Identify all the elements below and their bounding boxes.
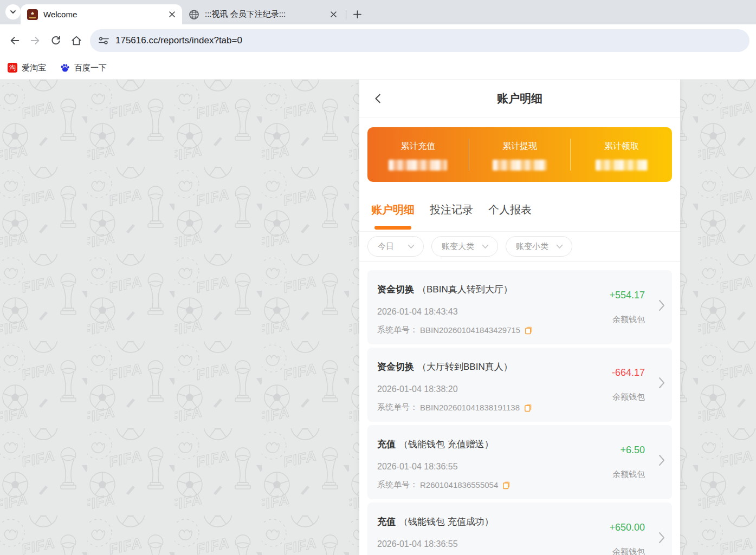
panel-header: 账户明细 [359,80,680,117]
baidu-paw-icon [60,63,70,73]
filter-row: 今日 账变大类 账变小类 [359,232,680,262]
plus-icon [353,10,361,18]
chevron-right-icon[interactable] [658,531,665,544]
chevron-right-icon[interactable] [658,376,665,389]
chevron-left-icon [372,93,384,105]
reload-button[interactable] [46,30,66,51]
stats-section: 累计充值 累计提现 累计领取 [359,117,680,190]
url-text: 175616.cc/reports/index?tab=0 [115,35,242,46]
censored-value [596,160,648,171]
cumulative-stats-card: 累计充值 累计提现 累计领取 [367,127,672,182]
tab-welcome[interactable]: ♠ Welcome [21,4,182,24]
chevron-right-icon[interactable] [658,454,665,467]
transaction-card[interactable]: 充值（钱能钱包 充值赠送） 2026-01-04 18:36:55 系统单号：R… [367,425,672,499]
back-button[interactable] [372,89,391,108]
browser-toolbar: 175616.cc/reports/index?tab=0 [0,24,756,56]
wallet-label: 余额钱包 [609,315,645,325]
bookmark-baidu[interactable]: 百度一下 [60,63,107,73]
transaction-type: 资金切换 [377,362,414,372]
order-label: 系统单号： [377,325,418,335]
order-number: BBIN202601041843429715 [420,325,520,335]
wallet-label: 余额钱包 [612,392,645,402]
transaction-card[interactable]: 资金切换（大厅转到BBIN真人） 2026-01-04 18:38:20 系统单… [367,348,672,422]
filter-major-type-dropdown[interactable]: 账变大类 [431,236,498,257]
filter-minor-type-dropdown[interactable]: 账变小类 [506,236,572,257]
home-button[interactable] [66,30,87,51]
reload-icon [50,35,62,47]
order-number: R2601041836555054 [420,480,498,489]
order-label: 系统单号： [377,480,418,490]
order-number: BBIN202601041838191138 [420,403,520,412]
transaction-note: （钱能钱包 充值成功） [399,517,494,527]
copy-icon[interactable] [502,481,511,489]
transaction-note: （大厅转到BBIN真人） [417,362,513,372]
account-detail-panel: 账户明细 累计充值 累计提现 累计领取 账户明细 投注记录 [359,80,680,555]
forward-button[interactable] [25,30,46,51]
report-tabs: 账户明细 投注记录 个人报表 [359,190,680,232]
bookmarks-bar: 淘 爱淘宝 百度一下 [0,56,756,80]
taobao-icon: 淘 [8,63,17,73]
amount: +650.00 [609,522,645,533]
browser-window: ♠ Welcome :::视讯 会员下注纪录::: [0,0,756,80]
stat-total-claimed: 累计领取 [570,139,672,171]
page-title: 账户明细 [359,91,680,106]
back-arrow-icon [9,35,21,47]
censored-value [493,160,547,171]
tab-strip: ♠ Welcome :::视讯 会员下注纪录::: [0,0,756,24]
tab-bet-records[interactable]: 投注记录 [430,203,473,231]
forward-arrow-icon [29,35,41,47]
transaction-list: 资金切换（BBIN真人转到大厅） 2026-01-04 18:43:43 系统单… [359,262,680,555]
poker-club-favicon-icon: ♠ [27,9,38,20]
amount: +554.17 [609,290,645,301]
transaction-card[interactable]: 资金切换（BBIN真人转到大厅） 2026-01-04 18:43:43 系统单… [367,270,672,344]
bookmark-aitaobao[interactable]: 淘 爱淘宝 [8,63,46,73]
chevron-down-icon [482,244,489,249]
censored-value [389,160,447,171]
site-info-tune-icon[interactable] [99,36,109,45]
filter-date-dropdown[interactable]: 今日 [367,236,424,257]
page-content: FIFA FIFA [0,80,756,555]
new-tab-button[interactable] [350,6,365,22]
transaction-type: 充值 [377,517,396,527]
stat-total-deposit: 累计充值 [367,139,469,171]
chevron-down-icon [10,9,16,15]
chevron-down-icon [556,244,563,249]
order-label: 系统单号： [377,402,418,413]
transaction-type: 充值 [377,439,396,449]
wallet-label: 余额钱包 [612,469,645,480]
tab-account-detail[interactable]: 账户明细 [371,203,415,231]
amount: +6.50 [612,445,645,456]
tab-divider [346,10,346,19]
chevron-down-icon [408,244,415,249]
close-icon[interactable] [328,10,338,19]
transaction-card[interactable]: 充值（钱能钱包 充值成功） 2026-01-04 18:36:55 系统单号：R… [367,502,672,555]
transaction-note: （BBIN真人转到大厅） [417,284,513,295]
home-icon [70,35,82,47]
chevron-right-icon[interactable] [658,299,665,312]
copy-icon[interactable] [525,326,533,335]
tab-title: :::视讯 会员下注纪录::: [205,9,328,19]
tab-betting-records[interactable]: :::视讯 会员下注纪录::: [182,4,344,24]
close-icon[interactable] [167,10,177,19]
transaction-type: 资金切换 [377,284,414,295]
wallet-label: 余额钱包 [609,547,645,555]
tab-search-button[interactable] [5,4,21,19]
stat-total-withdraw: 累计提现 [469,139,571,171]
url-bar[interactable]: 175616.cc/reports/index?tab=0 [90,29,749,52]
tab-title: Welcome [43,10,167,19]
globe-icon [189,9,199,20]
tab-personal-report[interactable]: 个人报表 [488,203,532,231]
back-button[interactable] [4,30,25,51]
copy-icon[interactable] [524,403,533,412]
transaction-note: （钱能钱包 充值赠送） [399,439,494,449]
amount: -664.17 [612,367,645,378]
